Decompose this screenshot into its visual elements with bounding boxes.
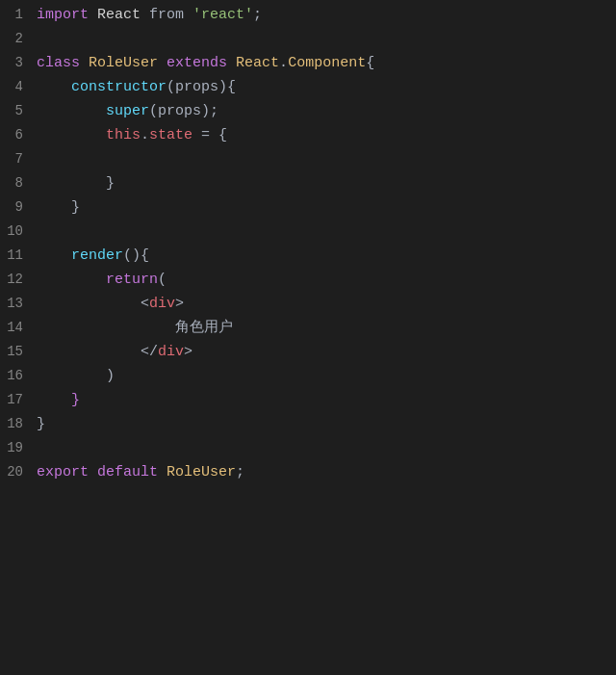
code-line: 9 } [0, 196, 616, 221]
line-content: } [37, 196, 80, 220]
line-content: 角色用户 [37, 317, 233, 340]
line-number: 5 [0, 100, 37, 121]
code-line: 3 class RoleUser extends React.Component… [0, 52, 616, 76]
line-number: 13 [0, 293, 37, 314]
code-line: 2 [0, 28, 616, 52]
line-content: export default RoleUser; [37, 461, 244, 484]
line-number: 9 [0, 196, 37, 218]
line-content: constructor(props){ [37, 76, 236, 99]
line-content: } [37, 413, 45, 436]
line-number: 18 [0, 413, 37, 434]
code-editor: 1 import React from 'react'; 2 3 class R… [0, 0, 616, 675]
line-number: 3 [0, 52, 37, 73]
code-line: 13 <div> [0, 293, 616, 317]
line-number: 14 [0, 317, 37, 338]
code-line: 7 [0, 148, 616, 172]
line-number: 7 [0, 148, 37, 169]
line-number: 16 [0, 365, 37, 386]
line-content: import React from 'react'; [37, 4, 262, 27]
code-line: 4 constructor(props){ [0, 76, 616, 100]
line-number: 12 [0, 269, 37, 290]
line-number: 11 [0, 245, 37, 266]
code-line: 14 角色用户 [0, 317, 616, 341]
line-content: render(){ [37, 245, 149, 268]
line-content: } [37, 172, 115, 195]
code-line: 11 render(){ [0, 245, 616, 269]
line-number: 15 [0, 341, 37, 362]
line-content: super(props); [37, 100, 218, 123]
code-line: 15 </div> [0, 341, 616, 365]
code-line: 10 [0, 221, 616, 245]
code-line: 1 import React from 'react'; [0, 4, 616, 28]
code-line: 6 this.state = { [0, 124, 616, 148]
line-number: 19 [0, 437, 37, 458]
line-number: 1 [0, 4, 37, 25]
line-content: class RoleUser extends React.Component{ [37, 52, 374, 75]
line-number: 10 [0, 221, 37, 242]
line-content: ) [37, 365, 115, 388]
code-line: 18 } [0, 413, 616, 437]
code-line: 19 [0, 437, 616, 461]
line-content: this.state = { [37, 124, 227, 147]
line-content: </div> [37, 341, 192, 364]
line-content: } [37, 389, 80, 412]
line-number: 17 [0, 389, 37, 410]
code-line: 8 } [0, 172, 616, 196]
line-number: 20 [0, 461, 37, 482]
code-line: 20 export default RoleUser; [0, 461, 616, 485]
line-number: 8 [0, 172, 37, 194]
code-content: 1 import React from 'react'; 2 3 class R… [0, 0, 616, 489]
code-line: 12 return( [0, 269, 616, 293]
line-content: <div> [37, 293, 184, 316]
code-line: 5 super(props); [0, 100, 616, 124]
code-line: 17 } [0, 389, 616, 413]
line-number: 6 [0, 124, 37, 145]
code-line: 16 ) [0, 365, 616, 389]
line-content: return( [37, 269, 167, 292]
line-number: 2 [0, 28, 37, 49]
line-number: 4 [0, 76, 37, 97]
